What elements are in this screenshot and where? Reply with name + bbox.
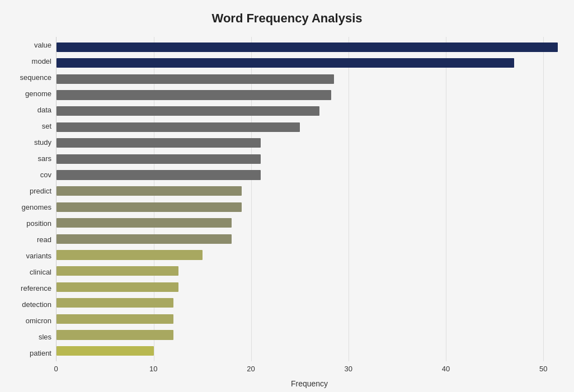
bar-row xyxy=(57,247,563,263)
bar xyxy=(57,138,261,148)
bar xyxy=(57,330,173,339)
y-label: reference xyxy=(21,285,51,292)
y-label: model xyxy=(32,58,51,65)
bar-row xyxy=(57,103,563,119)
bar xyxy=(57,346,154,356)
bar xyxy=(57,314,173,324)
bar-row xyxy=(57,311,563,327)
bar xyxy=(57,58,514,68)
x-tick-label: 20 xyxy=(247,365,255,373)
bar xyxy=(57,250,203,259)
bar-row xyxy=(57,151,563,167)
bar-row xyxy=(57,135,563,152)
y-label: genome xyxy=(25,90,51,97)
bar-row xyxy=(57,183,563,199)
bar xyxy=(57,42,558,52)
bar-row xyxy=(57,343,563,359)
y-label: predict xyxy=(30,187,51,195)
y-label: value xyxy=(34,41,51,49)
x-axis-labels: 01020304050 xyxy=(56,365,563,376)
y-label: patient xyxy=(30,350,51,357)
y-label: position xyxy=(26,220,51,227)
x-tick-label: 10 xyxy=(149,365,157,373)
chart-title: Word Frequency Analysis xyxy=(11,11,563,26)
bar xyxy=(57,202,242,212)
bar xyxy=(57,90,331,100)
y-label: genomes xyxy=(22,204,51,211)
y-label: study xyxy=(34,139,51,146)
y-label: detection xyxy=(22,301,51,308)
bar-row xyxy=(57,279,563,295)
bar-row xyxy=(57,295,563,311)
y-label: set xyxy=(42,122,51,130)
y-label: sequence xyxy=(20,74,51,81)
bar-row xyxy=(57,167,563,183)
y-label: data xyxy=(37,106,51,114)
chart-container: Word Frequency Analysis valuemodelsequen… xyxy=(0,0,574,392)
bar xyxy=(57,122,300,132)
grid-and-bars xyxy=(56,37,563,361)
y-label: cov xyxy=(40,171,51,178)
y-label: read xyxy=(37,236,51,243)
bar xyxy=(57,186,242,196)
bar xyxy=(57,218,232,228)
bar xyxy=(57,282,178,292)
bar-row xyxy=(57,71,563,87)
bar xyxy=(57,170,261,180)
y-label: clinical xyxy=(30,268,51,276)
bars-and-grid xyxy=(56,37,563,361)
bar xyxy=(57,266,178,276)
bar-row xyxy=(57,87,563,103)
bar-row xyxy=(57,119,563,135)
bar-row xyxy=(57,327,563,343)
bar-row xyxy=(57,39,563,55)
x-tick-label: 30 xyxy=(344,365,352,373)
bar xyxy=(57,234,232,244)
bar-row xyxy=(57,263,563,279)
bar-row xyxy=(57,215,563,232)
bar xyxy=(57,106,319,116)
x-tick-label: 40 xyxy=(442,365,450,373)
bar xyxy=(57,154,261,164)
x-axis-title: Frequency xyxy=(56,379,563,388)
bar-row xyxy=(57,231,563,247)
bar-row xyxy=(57,55,563,72)
x-tick-label: 50 xyxy=(539,365,547,373)
bar xyxy=(57,298,173,308)
bar-row xyxy=(57,199,563,215)
y-label: sles xyxy=(39,333,51,341)
y-label: omicron xyxy=(26,317,51,324)
bar xyxy=(57,74,334,84)
chart-bottom: 01020304050 Frequency xyxy=(56,365,563,388)
y-label: variants xyxy=(26,252,51,259)
y-axis-labels: valuemodelsequencegenomedatasetstudysars… xyxy=(11,37,56,361)
x-tick-label: 0 xyxy=(54,365,58,373)
chart-area: valuemodelsequencegenomedatasetstudysars… xyxy=(11,37,563,361)
y-label: sars xyxy=(37,155,51,162)
